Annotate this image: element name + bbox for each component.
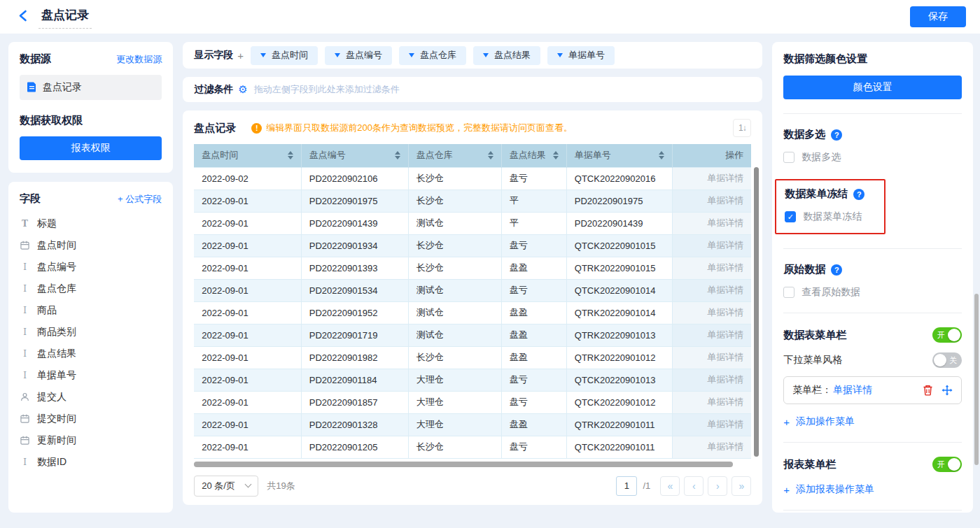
- page-size-value: 20 条/页: [202, 480, 235, 492]
- dropdown-triangle-icon: [483, 53, 489, 57]
- trash-icon[interactable]: [923, 385, 933, 396]
- field-item-label: 盘点编号: [37, 261, 76, 273]
- table-horizontal-scrollbar[interactable]: [194, 462, 733, 467]
- table-menu-toggle[interactable]: 开: [932, 327, 962, 343]
- help-icon[interactable]: ?: [831, 129, 842, 141]
- table-cell: PD20220901439: [566, 212, 672, 234]
- first-page-button[interactable]: «: [660, 476, 680, 496]
- window-scrollbar[interactable]: [974, 294, 979, 465]
- display-fields-label: 显示字段: [194, 49, 233, 62]
- row-action-link[interactable]: 单据详情: [672, 212, 751, 234]
- row-action-link[interactable]: 单据详情: [672, 436, 751, 458]
- add-formula-field-label: 公式字段: [125, 194, 162, 204]
- move-icon[interactable]: [941, 385, 953, 396]
- field-item[interactable]: 提交人: [20, 386, 162, 408]
- date-icon: [20, 436, 30, 445]
- help-icon[interactable]: ?: [831, 264, 842, 276]
- sort-carets-icon[interactable]: [659, 151, 664, 159]
- document-icon: [27, 81, 37, 94]
- dropdown-style-toggle[interactable]: 关: [932, 352, 962, 368]
- filter-card: 过滤条件 ⚙ 拖动左侧字段到此处来添加过滤条件: [183, 77, 762, 102]
- sort-order-button[interactable]: 1↓: [733, 119, 751, 137]
- row-action-link[interactable]: 单据详情: [672, 190, 751, 212]
- table-cell: 长沙仓: [408, 257, 501, 279]
- field-item[interactable]: T标题: [20, 213, 162, 234]
- preview-notice: ! 编辑界面只取数据源前200条作为查询数据预览，完整数据请访问页面查看。: [251, 122, 573, 134]
- field-item[interactable]: I商品类别: [20, 321, 162, 343]
- add-display-field-icon[interactable]: +: [237, 50, 244, 62]
- table-cell: PD20220901975: [301, 190, 408, 212]
- row-action-link[interactable]: 单据详情: [672, 413, 751, 436]
- row-action-link[interactable]: 单据详情: [672, 234, 751, 257]
- field-item[interactable]: I商品: [20, 299, 162, 321]
- last-page-button[interactable]: »: [732, 476, 751, 496]
- field-item[interactable]: 更新时间: [20, 429, 162, 451]
- row-action-link[interactable]: 单据详情: [672, 391, 751, 413]
- plus-icon: +: [783, 416, 790, 428]
- column-header[interactable]: 盘点编号: [301, 144, 408, 167]
- datasource-heading: 数据源: [20, 52, 51, 66]
- topbar: 盘点记录 保存: [0, 0, 980, 34]
- field-item[interactable]: I盘点编号: [20, 256, 162, 278]
- field-item[interactable]: 盘点时间: [20, 234, 162, 256]
- raw-data-checkbox[interactable]: [783, 287, 794, 298]
- row-action-link[interactable]: 单据详情: [672, 369, 751, 391]
- sort-carets-icon[interactable]: [553, 151, 559, 159]
- sort-carets-icon[interactable]: [395, 151, 400, 159]
- table-cell: 盘亏: [501, 369, 566, 391]
- datasource-item[interactable]: 盘点记录: [20, 75, 162, 100]
- row-action-link[interactable]: 单据详情: [672, 279, 751, 301]
- menu-freeze-checkbox-label: 数据菜单冻结: [803, 211, 862, 223]
- gear-icon[interactable]: ⚙: [238, 83, 247, 96]
- table-vertical-scrollbar[interactable]: [754, 167, 759, 457]
- row-action-link[interactable]: 单据详情: [672, 167, 751, 190]
- multi-select-checkbox[interactable]: [783, 152, 794, 163]
- color-settings-button[interactable]: 颜色设置: [783, 76, 962, 99]
- row-action-link[interactable]: 单据详情: [672, 324, 751, 346]
- sort-carets-icon[interactable]: [288, 151, 293, 159]
- field-item[interactable]: I盘点仓库: [20, 278, 162, 299]
- row-action-link[interactable]: 单据详情: [672, 257, 751, 279]
- filter-dropzone-placeholder: 拖动左侧字段到此处来添加过滤条件: [254, 83, 400, 96]
- field-item[interactable]: I数据ID: [20, 451, 162, 473]
- raw-data-checkbox-label: 查看原始数据: [802, 286, 860, 299]
- change-datasource-link[interactable]: 更改数据源: [116, 53, 162, 66]
- next-page-button[interactable]: ›: [708, 476, 727, 496]
- column-header[interactable]: 盘点结果: [501, 144, 566, 167]
- row-action-link[interactable]: 单据详情: [672, 346, 751, 369]
- table-cell: PD20220901719: [301, 324, 408, 346]
- add-report-menu-link[interactable]: + 添加报表操作菜单: [783, 483, 962, 496]
- sort-carets-icon[interactable]: [488, 151, 493, 159]
- display-field-chip[interactable]: 盘点结果: [473, 46, 540, 65]
- display-field-chip[interactable]: 单据单号: [547, 46, 615, 65]
- row-action-link[interactable]: 单据详情: [672, 301, 751, 324]
- page-size-select[interactable]: 20 条/页: [194, 476, 258, 497]
- menu-item-value[interactable]: 单据详情: [833, 384, 872, 397]
- menu-freeze-checkbox[interactable]: ✓: [785, 211, 796, 222]
- field-item[interactable]: 提交时间: [20, 408, 162, 429]
- field-item[interactable]: I盘点结果: [20, 343, 162, 364]
- add-formula-field-link[interactable]: + 公式字段: [118, 193, 162, 206]
- back-button[interactable]: [18, 10, 27, 24]
- add-action-menu-link[interactable]: + 添加操作菜单: [783, 415, 962, 428]
- menu-freeze-checkbox-row[interactable]: ✓ 数据菜单冻结: [785, 211, 864, 223]
- dropdown-triangle-icon: [335, 53, 340, 57]
- page-number-input[interactable]: 1: [616, 476, 637, 496]
- field-item-label: 单据单号: [37, 369, 76, 382]
- table-cell: QTRK20220901013: [566, 324, 672, 346]
- table-cell: QTRK20220901014: [566, 301, 672, 324]
- display-field-chip[interactable]: 盘点时间: [251, 46, 318, 65]
- multi-select-checkbox-row[interactable]: 数据多选: [783, 151, 962, 164]
- column-header[interactable]: 盘点仓库: [408, 144, 501, 167]
- help-icon[interactable]: ?: [853, 189, 864, 200]
- raw-data-checkbox-row[interactable]: 查看原始数据: [783, 286, 962, 299]
- save-button[interactable]: 保存: [910, 6, 966, 27]
- display-field-chip[interactable]: 盘点编号: [325, 46, 392, 65]
- column-header[interactable]: 盘点时间: [194, 144, 301, 167]
- display-field-chip[interactable]: 盘点仓库: [399, 46, 466, 65]
- column-header[interactable]: 单据单号: [566, 144, 672, 167]
- prev-page-button[interactable]: ‹: [684, 476, 704, 496]
- field-item[interactable]: I单据单号: [20, 364, 162, 386]
- report-menu-toggle[interactable]: 开: [932, 457, 962, 472]
- report-permission-button[interactable]: 报表权限: [20, 136, 162, 160]
